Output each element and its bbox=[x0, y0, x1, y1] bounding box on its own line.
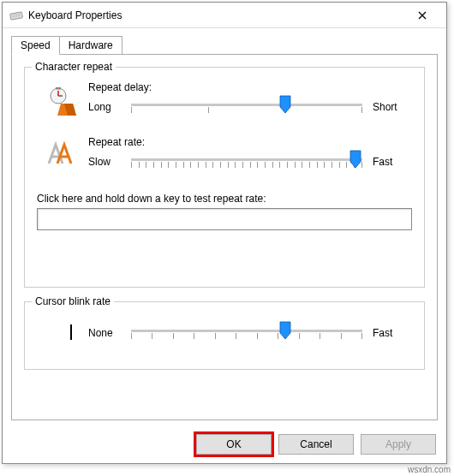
repeat-rate-left-label: Slow bbox=[88, 156, 128, 168]
row-repeat-delay: Repeat delay: Long Short bbox=[37, 81, 412, 117]
test-repeat-label: Click here and hold down a key to test r… bbox=[37, 193, 412, 205]
group-legend-cursor-blink: Cursor blink rate bbox=[32, 295, 114, 307]
window-title: Keyboard Properties bbox=[28, 9, 405, 21]
repeat-delay-left-label: Long bbox=[88, 101, 128, 113]
client-area: Speed Hardware Character repeat bbox=[3, 28, 446, 420]
repeat-delay-slider[interactable] bbox=[131, 97, 362, 117]
repeat-delay-thumb[interactable] bbox=[279, 95, 291, 114]
row-repeat-rate: Repeat rate: Slow bbox=[37, 136, 412, 172]
repeat-delay-right-label: Short bbox=[373, 101, 412, 113]
repeat-delay-label: Repeat delay: bbox=[88, 81, 412, 93]
repeat-rate-label: Repeat rate: bbox=[88, 136, 412, 148]
test-repeat-input[interactable] bbox=[37, 208, 412, 230]
close-button[interactable] bbox=[405, 3, 439, 27]
repeat-rate-icon bbox=[37, 136, 88, 167]
cancel-button[interactable]: Cancel bbox=[278, 434, 354, 455]
keyboard-properties-window: Keyboard Properties Speed Hardware Chara… bbox=[2, 2, 447, 464]
cursor-blink-right-label: Fast bbox=[373, 327, 412, 339]
repeat-rate-right-label: Fast bbox=[373, 156, 412, 168]
cursor-blink-preview bbox=[37, 323, 88, 340]
repeat-rate-thumb[interactable] bbox=[349, 150, 361, 169]
cursor-blink-left-label: None bbox=[88, 327, 128, 339]
tab-hardware[interactable]: Hardware bbox=[59, 36, 122, 55]
cursor-blink-slider[interactable] bbox=[131, 323, 362, 343]
group-legend-character-repeat: Character repeat bbox=[32, 61, 116, 73]
group-character-repeat: Character repeat Rep bbox=[24, 67, 425, 288]
tab-content-speed: Character repeat Rep bbox=[11, 54, 438, 420]
repeat-rate-slider[interactable] bbox=[131, 152, 362, 172]
tab-strip: Speed Hardware bbox=[11, 35, 438, 54]
ok-button[interactable]: OK bbox=[196, 434, 272, 455]
svg-rect-0 bbox=[10, 11, 23, 19]
titlebar: Keyboard Properties bbox=[3, 3, 446, 28]
watermark-text: wsxdn.com bbox=[408, 465, 451, 474]
repeat-delay-icon bbox=[37, 81, 88, 116]
keyboard-icon bbox=[9, 9, 23, 22]
tab-speed[interactable]: Speed bbox=[11, 36, 60, 55]
dialog-buttons: OK Cancel Apply bbox=[196, 434, 436, 455]
cursor-blink-thumb[interactable] bbox=[279, 321, 291, 340]
svg-rect-8 bbox=[56, 87, 61, 90]
apply-button[interactable]: Apply bbox=[361, 434, 436, 455]
group-cursor-blink: Cursor blink rate None bbox=[24, 301, 425, 370]
